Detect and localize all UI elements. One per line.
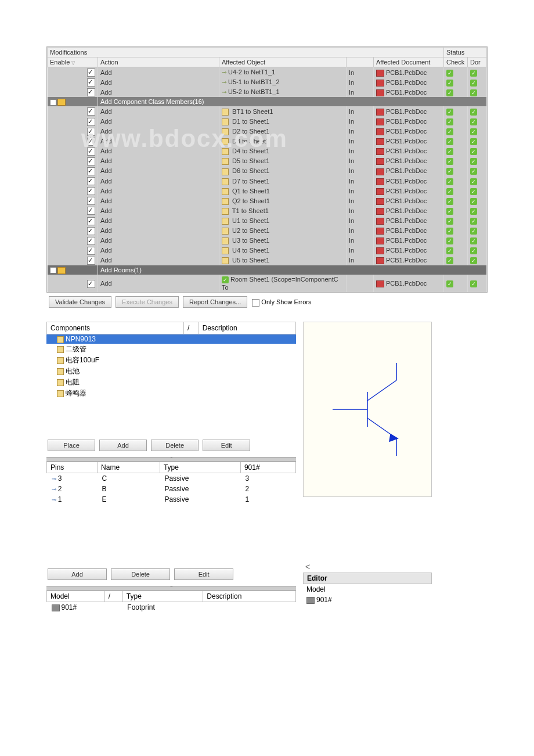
col-document[interactable]: Affected Document bbox=[374, 57, 444, 67]
pin-row[interactable]: ⊸ 1 E Passive 1 bbox=[47, 494, 296, 505]
pin-designator: 1 bbox=[240, 494, 295, 505]
col-components[interactable]: Components bbox=[47, 322, 184, 334]
col-model[interactable]: Model bbox=[47, 591, 105, 602]
col-901[interactable]: 901# bbox=[240, 462, 295, 473]
enable-checkbox[interactable] bbox=[87, 128, 95, 136]
enable-checkbox[interactable] bbox=[87, 247, 95, 255]
pin-row[interactable]: ⊸ 2 B Passive 2 bbox=[47, 484, 296, 494]
col-type[interactable]: Type bbox=[122, 591, 203, 602]
doc-cell: PCB1.PcbDoc bbox=[386, 157, 427, 164]
validate-changes-button[interactable]: Validate Changes bbox=[49, 296, 111, 308]
mod-row[interactable]: Add D3 to Sheet1 In PCB1.PcbDoc bbox=[48, 136, 487, 146]
enable-checkbox[interactable] bbox=[87, 88, 95, 96]
editor-model-row[interactable]: 901# bbox=[303, 595, 432, 605]
mod-row[interactable]: Add Q2 to Sheet1 In PCB1.PcbDoc bbox=[48, 196, 487, 206]
mod-row[interactable]: Add ⊸ U5-1 to NetBT1_2 In PCB1.PcbDoc bbox=[48, 77, 487, 87]
col-sort[interactable]: / bbox=[183, 322, 199, 334]
pin-number: 2 bbox=[58, 485, 62, 493]
done-icon bbox=[470, 208, 477, 215]
done-icon bbox=[470, 198, 477, 205]
model-row[interactable]: 901# Footprint bbox=[47, 602, 296, 613]
only-errors-checkbox[interactable] bbox=[252, 299, 259, 307]
mod-row[interactable]: Add U3 to Sheet1 In PCB1.PcbDoc bbox=[48, 236, 487, 246]
check-icon bbox=[446, 208, 453, 215]
edit-pin-button[interactable]: Edit bbox=[174, 568, 233, 580]
object-cell: U4-2 to NetT1_1 bbox=[228, 69, 275, 75]
enable-checkbox[interactable] bbox=[87, 138, 95, 146]
component-item[interactable]: 电容100uF bbox=[46, 355, 296, 366]
delete-button[interactable]: Delete bbox=[151, 440, 199, 451]
add-pin-button[interactable]: Add bbox=[48, 568, 107, 580]
enable-checkbox[interactable] bbox=[87, 227, 95, 235]
mod-row[interactable]: Add BT1 to Sheet1 In PCB1.PcbDoc bbox=[48, 106, 487, 116]
enable-checkbox[interactable] bbox=[87, 147, 95, 156]
doc-cell: PCB1.PcbDoc bbox=[386, 128, 427, 135]
splitter[interactable]: ⌃ bbox=[46, 457, 296, 462]
enable-checkbox[interactable] bbox=[87, 207, 95, 215]
mod-row[interactable]: Add ⊸ U5-2 to NetBT1_1 In PCB1.PcbDoc bbox=[48, 87, 487, 97]
edit-button[interactable]: Edit bbox=[203, 440, 250, 451]
component-item[interactable]: NPN9013 bbox=[46, 334, 296, 344]
mod-row[interactable]: Add D4 to Sheet1 In PCB1.PcbDoc bbox=[48, 146, 487, 156]
splitter[interactable]: ⌃ bbox=[46, 586, 296, 591]
col-sort[interactable]: / bbox=[104, 591, 122, 602]
col-type[interactable]: Type bbox=[160, 462, 240, 473]
mod-row[interactable]: Add ⊸ U4-2 to NetT1_1 In PCB1.PcbDoc bbox=[48, 67, 487, 78]
col-pins[interactable]: Pins bbox=[47, 462, 98, 473]
col-action[interactable]: Action bbox=[98, 57, 219, 67]
component-item[interactable]: 二级管 bbox=[46, 344, 296, 355]
place-button[interactable]: Place bbox=[48, 440, 95, 451]
button-row: Validate Changes Execute Changes Report … bbox=[46, 293, 488, 311]
enable-checkbox[interactable] bbox=[87, 167, 95, 175]
collapse-icon[interactable]: − bbox=[50, 99, 56, 106]
enable-checkbox[interactable] bbox=[87, 177, 95, 185]
enable-checkbox[interactable] bbox=[87, 157, 95, 165]
enable-checkbox[interactable] bbox=[87, 237, 95, 245]
collapse-icon[interactable]: − bbox=[50, 267, 56, 273]
col-done[interactable]: Dor bbox=[468, 57, 487, 67]
pin-row[interactable]: ⊸ 3 C Passive 3 bbox=[47, 473, 296, 484]
mod-row[interactable]: Add U1 to Sheet1 In PCB1.PcbDoc bbox=[48, 215, 487, 225]
col-desc[interactable]: Description bbox=[203, 591, 296, 602]
mod-row[interactable]: Add D7 to Sheet1 In PCB1.PcbDoc bbox=[48, 176, 487, 186]
net-icon: ⊸ bbox=[222, 89, 226, 95]
enable-checkbox[interactable] bbox=[87, 107, 95, 116]
enable-checkbox[interactable] bbox=[87, 69, 95, 77]
component-item[interactable]: 电池 bbox=[46, 366, 296, 377]
enable-checkbox[interactable] bbox=[87, 78, 95, 87]
mod-row[interactable]: Add T1 to Sheet1 In PCB1.PcbDoc bbox=[48, 206, 487, 215]
col-name[interactable]: Name bbox=[98, 462, 160, 473]
room-row[interactable]: Add Room Sheet1 (Scope=InComponentC To P… bbox=[48, 275, 487, 292]
pcb-icon bbox=[376, 109, 384, 116]
col-check[interactable]: Check bbox=[444, 57, 468, 67]
mod-row[interactable]: Add U2 to Sheet1 In PCB1.PcbDoc bbox=[48, 226, 487, 236]
col-object[interactable]: Affected Object bbox=[219, 57, 347, 67]
enable-checkbox[interactable] bbox=[87, 257, 95, 265]
mod-row[interactable]: Add U5 to Sheet1 In PCB1.PcbDoc bbox=[48, 255, 487, 265]
col-description[interactable]: Description bbox=[199, 322, 295, 334]
component-item[interactable]: 蜂鸣器 bbox=[46, 388, 296, 399]
mod-row[interactable]: Add U4 to Sheet1 In PCB1.PcbDoc bbox=[48, 246, 487, 255]
mod-row[interactable]: Add Q1 to Sheet1 In PCB1.PcbDoc bbox=[48, 186, 487, 196]
enable-checkbox[interactable] bbox=[87, 118, 95, 126]
done-icon bbox=[470, 168, 477, 175]
component-item[interactable]: 电阻 bbox=[46, 377, 296, 388]
group-add-class-members[interactable]: − Add Component Class Members(16) bbox=[48, 97, 487, 106]
mod-row[interactable]: Add D2 to Sheet1 In PCB1.PcbDoc bbox=[48, 127, 487, 136]
add-button[interactable]: Add bbox=[99, 440, 147, 451]
report-changes-button[interactable]: Report Changes... bbox=[183, 296, 247, 308]
component-icon bbox=[222, 218, 229, 225]
enable-checkbox[interactable] bbox=[87, 187, 95, 195]
enable-checkbox[interactable] bbox=[87, 217, 95, 225]
col-enable[interactable]: Enable bbox=[50, 59, 70, 66]
scroll-left-icon[interactable]: < bbox=[303, 561, 432, 573]
enable-checkbox[interactable] bbox=[87, 197, 95, 205]
mod-row[interactable]: Add D6 to Sheet1 In PCB1.PcbDoc bbox=[48, 166, 487, 176]
delete-pin-button[interactable]: Delete bbox=[111, 568, 170, 580]
enable-checkbox[interactable] bbox=[87, 280, 95, 288]
mod-row[interactable]: Add D1 to Sheet1 In PCB1.PcbDoc bbox=[48, 116, 487, 126]
models-grid: Model / Type Description 901# Footprint bbox=[46, 591, 296, 613]
components-list[interactable]: NPN9013二级管电容100uF电池电阻蜂鸣器 bbox=[46, 334, 296, 399]
mod-row[interactable]: Add D5 to Sheet1 In PCB1.PcbDoc bbox=[48, 156, 487, 166]
group-add-rooms[interactable]: − Add Rooms(1) bbox=[48, 265, 487, 275]
